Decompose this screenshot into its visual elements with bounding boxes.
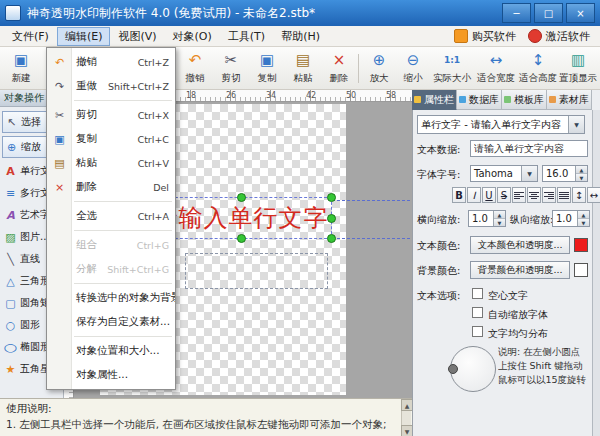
rotation-handle-dot[interactable]	[448, 364, 458, 374]
spin-up-icon: ▲	[578, 211, 589, 219]
ruler-number: 42	[306, 91, 316, 100]
selected-text-object[interactable]: 请输入单行文字	[150, 197, 332, 239]
horizontal-fit-button[interactable]: ↔	[587, 187, 600, 203]
align-center-icon	[529, 192, 539, 199]
menu-tools[interactable]: 工具(T)	[220, 27, 273, 46]
selection-handle[interactable]	[327, 193, 336, 202]
fit-height-button[interactable]: ↕ 适合高度	[516, 50, 560, 87]
activate-software-button[interactable]: 激活软件	[528, 29, 590, 44]
text-color-swatch[interactable]	[574, 238, 588, 252]
tab-database[interactable]: 数据库	[457, 90, 502, 110]
font-size-stepper[interactable]: 16.0 ▲▼	[542, 165, 588, 182]
minimize-button[interactable]: ─	[502, 3, 531, 23]
copy-button[interactable]: ▣ 复制	[250, 50, 284, 87]
menu-item-object-properties[interactable]: 对象属性...	[47, 363, 175, 387]
actual-size-button[interactable]: 1:1 实际大小	[430, 50, 474, 87]
tab-materials[interactable]: 素材库	[547, 90, 592, 110]
scale-x-stepper[interactable]: 1.0 ▲▼	[468, 210, 506, 227]
option-even-distribution: 文字均匀分布	[488, 327, 548, 341]
menu-item-undo[interactable]: ↶ 撤销 Ctrl+Z	[47, 50, 175, 74]
menu-item-object-position-size[interactable]: 对象位置和大小...	[47, 339, 175, 363]
cart-icon	[454, 29, 468, 43]
menu-help[interactable]: 帮助(H)	[273, 27, 328, 46]
font-family-dropdown[interactable]: Tahoma ▼	[470, 165, 538, 182]
selection-handle[interactable]	[327, 234, 336, 243]
ruler-number: 18	[186, 91, 196, 100]
text-object-content[interactable]: 请输入单行文字	[154, 202, 329, 234]
zoom-out-button[interactable]: ⊖ 缩小	[396, 50, 430, 87]
vertical-align-button[interactable]: ↕	[572, 187, 586, 203]
object-selector-dropdown[interactable]: 单行文字 - 请输入单行文字内容 ▼	[417, 115, 585, 134]
selection-handle[interactable]	[237, 193, 246, 202]
new-button[interactable]: ▣ 新建	[4, 50, 38, 87]
align-right-icon	[544, 192, 554, 199]
zoom-in-button[interactable]: ⊕ 放大	[362, 50, 396, 87]
menu-item-copy[interactable]: ▣ 复制 Ctrl+C	[47, 127, 175, 151]
maximize-button[interactable]: □	[534, 3, 563, 23]
guide-line	[332, 238, 410, 239]
magnifier-icon: ⊕	[5, 141, 18, 154]
single-text-icon: A	[4, 165, 17, 178]
selection-handle[interactable]	[327, 214, 336, 223]
bg-color-swatch[interactable]	[574, 263, 588, 277]
menu-item-group[interactable]: 组合 Ctrl+G	[47, 233, 175, 257]
tab-properties[interactable]: 属性栏	[412, 90, 457, 110]
scissors-icon: ✂	[51, 109, 68, 122]
spin-up-icon: ▲	[494, 211, 505, 219]
scale-y-stepper[interactable]: 1.0 ▲▼	[552, 210, 590, 227]
close-button[interactable]: ×	[566, 3, 595, 23]
align-left-button[interactable]	[512, 187, 526, 203]
bold-button[interactable]: B	[452, 187, 466, 203]
object-bounds-outline	[185, 253, 328, 289]
ruler-number: 26	[226, 91, 236, 100]
menu-separator	[74, 201, 172, 202]
spin-down-icon: ▼	[578, 219, 589, 226]
menu-view[interactable]: 视图(V)	[110, 27, 164, 46]
multi-text-icon: ≡	[4, 187, 17, 200]
tab-templates[interactable]: 模板库	[502, 90, 547, 110]
menu-item-redo[interactable]: ↷ 重做 Shift+Ctrl+Z	[47, 74, 175, 98]
selection-handle[interactable]	[237, 234, 246, 243]
align-center-button[interactable]	[527, 187, 541, 203]
fit-width-button[interactable]: ↔ 适合宽度	[474, 50, 518, 87]
word-art-icon: A	[4, 209, 17, 222]
checkbox-auto-scale-font[interactable]	[472, 307, 483, 318]
delete-icon: ×	[51, 181, 68, 194]
delete-button[interactable]: × 删除	[322, 50, 356, 87]
pin-top-button[interactable]: ▥ 置顶显示	[558, 50, 598, 87]
undo-button[interactable]: ↶ 撤销	[178, 50, 212, 87]
justify-icon	[559, 192, 569, 199]
zoom-out-icon: ⊖	[407, 52, 420, 68]
buy-software-button[interactable]: 购买软件	[454, 29, 516, 44]
rotation-note-line2: 上按住 Shift 键拖动	[498, 360, 594, 373]
bg-color-button[interactable]: 背景颜色和透明度...	[470, 261, 570, 279]
checkbox-hollow-text[interactable]	[472, 288, 483, 299]
menu-object[interactable]: 对象(O)	[165, 27, 220, 46]
menu-file[interactable]: 文件(F)	[4, 27, 57, 46]
paste-button[interactable]: ▤ 粘贴	[286, 50, 320, 87]
menu-item-delete[interactable]: × 删除 Del	[47, 175, 175, 199]
underline-button[interactable]: U	[482, 187, 496, 203]
justify-button[interactable]	[557, 187, 571, 203]
text-color-button[interactable]: 文本颜色和透明度...	[470, 236, 570, 254]
align-right-button[interactable]	[542, 187, 556, 203]
italic-button[interactable]: I	[467, 187, 481, 203]
star-icon: ★	[4, 363, 17, 376]
menu-item-ungroup[interactable]: 分解 Shift+Ctrl+G	[47, 257, 175, 281]
checkbox-even-distribution[interactable]	[472, 326, 483, 337]
menu-item-select-all[interactable]: 全选 Ctrl+A	[47, 204, 175, 228]
copy-icon: ▣	[51, 133, 68, 146]
font-label: 字体字号:	[417, 168, 460, 182]
menu-edit[interactable]: 编辑(E)	[57, 27, 111, 46]
spin-up-icon: ▲	[576, 166, 587, 174]
panel-scrollbar[interactable]	[592, 110, 600, 436]
menu-item-save-as-material[interactable]: 保存为自定义素材...	[47, 310, 175, 334]
text-data-input[interactable]	[470, 140, 588, 157]
app-icon	[5, 5, 21, 21]
menu-item-convert-to-background[interactable]: 转换选中的对象为背景	[47, 286, 175, 310]
menu-item-cut[interactable]: ✂ 剪切 Ctrl+X	[47, 103, 175, 127]
menu-item-paste[interactable]: ▤ 粘贴 Ctrl+V	[47, 151, 175, 175]
strikethrough-button[interactable]: S	[497, 187, 511, 203]
cut-button[interactable]: ✂ 剪切	[214, 50, 248, 87]
new-file-icon: ▣	[14, 52, 28, 68]
